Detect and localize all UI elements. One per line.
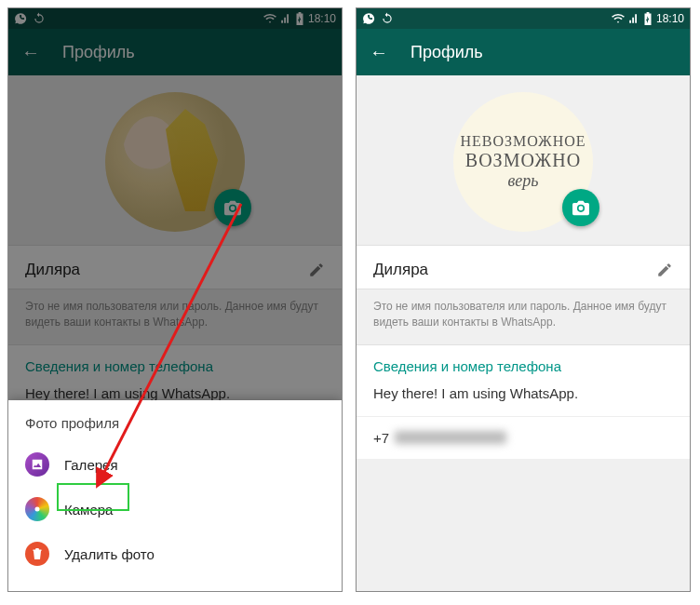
back-button[interactable]: ← [370, 42, 388, 63]
sheet-item-delete[interactable]: Удалить фото [8, 531, 342, 576]
avatar-section: НЕВОЗМОЖНОЕ ВОЗМОЖНО верь [357, 75, 690, 245]
about-text[interactable]: Hey there! I am using WhatsApp. [357, 383, 690, 416]
change-photo-button[interactable] [562, 189, 599, 226]
gallery-icon [25, 452, 49, 477]
avatar-text-line: верь [508, 171, 539, 191]
whatsapp-icon [362, 12, 375, 25]
name-hint: Это не имя пользователя или пароль. Данн… [8, 289, 342, 344]
status-bar: 18:10 [357, 8, 690, 29]
sheet-item-gallery[interactable]: Галерея [8, 442, 342, 487]
page-title: Профиль [62, 43, 135, 62]
sync-icon [33, 12, 46, 25]
edit-icon[interactable] [308, 262, 325, 278]
right-screenshot: 18:10 ← Профиль НЕВОЗМОЖНОЕ ВОЗМОЖНО вер… [356, 7, 691, 592]
page-title: Профиль [411, 43, 483, 62]
name-row[interactable]: Диляра [357, 245, 690, 289]
left-screenshot: 18:10 ← Профиль Диляра Это не имя пользо… [7, 7, 343, 592]
sheet-item-label: Галерея [64, 457, 118, 473]
signal-icon [628, 13, 639, 24]
sheet-item-label: Удалить фото [64, 546, 155, 562]
svg-point-0 [35, 507, 40, 512]
camera-icon [572, 199, 590, 216]
wifi-icon [612, 13, 625, 24]
change-photo-button[interactable] [214, 189, 251, 226]
status-time: 18:10 [656, 12, 684, 25]
battery-icon [295, 12, 304, 25]
sync-icon [381, 12, 394, 25]
section-header: Сведения и номер телефона [357, 344, 690, 383]
avatar-text-line: ВОЗМОЖНО [465, 150, 581, 171]
avatar-section [8, 75, 342, 245]
phone-number[interactable]: +7 [357, 416, 690, 459]
battery-icon [643, 12, 653, 25]
app-header: ← Профиль [357, 29, 690, 75]
wifi-icon [263, 13, 276, 24]
display-name: Диляра [373, 261, 656, 279]
section-header: Сведения и номер телефона [8, 344, 342, 383]
sheet-item-label: Камера [64, 502, 113, 518]
display-name: Диляра [25, 261, 308, 279]
name-row[interactable]: Диляра [8, 245, 342, 289]
edit-icon[interactable] [656, 262, 673, 278]
photo-picker-sheet: Фото профиля Галерея Камера Удалить фото [8, 400, 342, 591]
trash-icon [25, 542, 49, 566]
phone-prefix: +7 [373, 430, 389, 446]
signal-icon [280, 13, 291, 24]
whatsapp-icon [14, 12, 27, 25]
camera-icon [223, 199, 242, 216]
app-header: ← Профиль [8, 29, 342, 75]
sheet-title: Фото профиля [8, 411, 342, 442]
phone-blurred [395, 431, 506, 444]
back-button[interactable]: ← [21, 42, 40, 63]
sheet-item-camera[interactable]: Камера [8, 487, 342, 531]
avatar-text-line: НЕВОЗМОЖНОЕ [460, 133, 586, 150]
status-bar: 18:10 [8, 8, 342, 29]
status-time: 18:10 [308, 12, 336, 25]
name-hint: Это не имя пользователя или пароль. Данн… [357, 289, 690, 344]
camera-color-icon [25, 497, 49, 521]
